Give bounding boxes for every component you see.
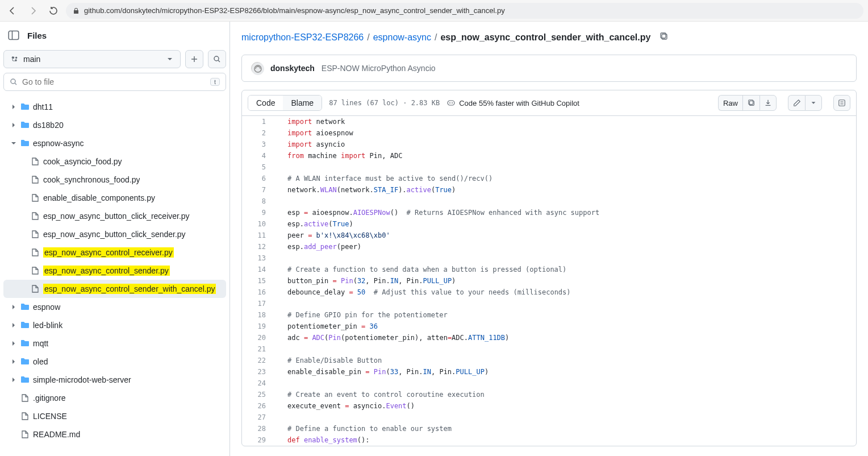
- folder-row[interactable]: led-blink: [3, 316, 226, 334]
- source-line[interactable]: debounce_delay = 50 # Adjust this value …: [276, 287, 571, 298]
- source-line[interactable]: peer = b'x!\x84\xc68\xb0': [276, 230, 390, 241]
- source-line[interactable]: # Define a function to enable our system: [276, 423, 452, 434]
- source-line[interactable]: def enable_system():: [276, 434, 370, 446]
- line-number[interactable]: 22: [242, 355, 276, 366]
- file-row[interactable]: esp_now_async_control_receiver.py: [3, 243, 226, 262]
- source-line[interactable]: import aioespnow: [276, 127, 353, 139]
- source-line[interactable]: [276, 161, 287, 173]
- download-button[interactable]: [760, 95, 777, 111]
- line-number[interactable]: 13: [242, 252, 276, 264]
- folder-row[interactable]: dht11: [3, 98, 226, 116]
- line-number[interactable]: 8: [242, 196, 276, 207]
- line-number[interactable]: 24: [242, 378, 276, 389]
- author-name[interactable]: donskytech: [270, 64, 315, 73]
- edit-button[interactable]: [788, 95, 805, 111]
- crumb-folder[interactable]: espnow-async: [373, 32, 431, 43]
- line-number[interactable]: 19: [242, 321, 276, 332]
- folder-row[interactable]: ds18b20: [3, 116, 226, 134]
- line-number[interactable]: 29: [242, 434, 276, 446]
- line-number[interactable]: 21: [242, 343, 276, 355]
- file-search-input[interactable]: [22, 77, 206, 86]
- line-number[interactable]: 26: [242, 400, 276, 412]
- line-number[interactable]: 2: [242, 127, 276, 139]
- line-number[interactable]: 11: [242, 230, 276, 241]
- line-number[interactable]: 12: [242, 241, 276, 252]
- source-line[interactable]: # A WLAN interface must be active to sen…: [276, 173, 493, 184]
- line-number[interactable]: 27: [242, 412, 276, 423]
- source-line[interactable]: # Create a function to send data when a …: [276, 264, 566, 275]
- source-line[interactable]: [276, 378, 287, 389]
- file-row[interactable]: esp_now_async_button_click_sender.py: [3, 225, 226, 243]
- line-number[interactable]: 17: [242, 298, 276, 309]
- file-search[interactable]: t: [3, 73, 226, 91]
- source-line[interactable]: # Create an event to control coroutine e…: [276, 389, 485, 400]
- line-number[interactable]: 15: [242, 275, 276, 287]
- line-number[interactable]: 20: [242, 332, 276, 343]
- edit-menu-button[interactable]: [805, 95, 822, 111]
- file-row[interactable]: esp_now_async_button_click_receiver.py: [3, 207, 226, 225]
- source-line[interactable]: [276, 196, 287, 207]
- forward-button[interactable]: [25, 3, 41, 19]
- source-line[interactable]: [276, 343, 287, 355]
- file-row[interactable]: enable_disable_components.py: [3, 189, 226, 207]
- line-number[interactable]: 1: [242, 116, 276, 127]
- folder-row[interactable]: oled: [3, 353, 226, 371]
- folder-row[interactable]: espnow-async: [3, 134, 226, 152]
- line-number[interactable]: 14: [242, 264, 276, 275]
- line-number[interactable]: 18: [242, 309, 276, 321]
- source-line[interactable]: # Define GPIO pin for the potentiometer: [276, 309, 448, 321]
- line-number[interactable]: 4: [242, 150, 276, 161]
- line-number[interactable]: 6: [242, 173, 276, 184]
- file-row[interactable]: esp_now_async_control_sender_with_cancel…: [3, 280, 226, 298]
- commit-message[interactable]: ESP-NOW MicroPython Asyncio: [322, 64, 436, 73]
- line-number[interactable]: 28: [242, 423, 276, 434]
- copilot-hint[interactable]: Code 55% faster with GitHub Copilot: [446, 98, 579, 107]
- folder-row[interactable]: mqtt: [3, 334, 226, 353]
- latest-commit[interactable]: donskytech ESP-NOW MicroPython Asyncio: [241, 55, 857, 82]
- branch-select[interactable]: main: [3, 50, 181, 68]
- tab-code[interactable]: Code: [248, 96, 283, 110]
- source-line[interactable]: execute_event = asyncio.Event(): [276, 400, 415, 412]
- file-row[interactable]: README.md: [3, 425, 226, 443]
- source-line[interactable]: import asyncio: [276, 139, 345, 150]
- source-line[interactable]: # Enable/Disable Button: [276, 355, 382, 366]
- symbols-button[interactable]: [833, 95, 850, 111]
- source-line[interactable]: [276, 412, 287, 423]
- source-line[interactable]: [276, 252, 287, 264]
- file-row[interactable]: esp_now_async_control_sender.py: [3, 262, 226, 280]
- reload-button[interactable]: [45, 3, 61, 19]
- source-line[interactable]: potentiometer_pin = 36: [276, 321, 378, 332]
- line-number[interactable]: 5: [242, 161, 276, 173]
- source-line[interactable]: [276, 298, 287, 309]
- source-line[interactable]: esp.active(True): [276, 218, 353, 230]
- source-line[interactable]: from machine import Pin, ADC: [276, 150, 402, 161]
- tab-blame[interactable]: Blame: [283, 96, 322, 110]
- line-number[interactable]: 3: [242, 139, 276, 150]
- file-row[interactable]: cook_synchronous_food.py: [3, 171, 226, 189]
- line-number[interactable]: 9: [242, 207, 276, 218]
- file-row[interactable]: cook_asyncio_food.py: [3, 152, 226, 171]
- line-number[interactable]: 10: [242, 218, 276, 230]
- source-line[interactable]: esp = aioespnow.AIOESPNow() # Returns AI…: [276, 207, 599, 218]
- back-button[interactable]: [5, 3, 20, 19]
- source-line[interactable]: enable_disable_pin = Pin(33, Pin.IN, Pin…: [276, 366, 489, 378]
- source-line[interactable]: network.WLAN(network.STA_IF).active(True…: [276, 184, 456, 196]
- line-number[interactable]: 25: [242, 389, 276, 400]
- source-line[interactable]: button_pin = Pin(32, Pin.IN, Pin.PULL_UP…: [276, 275, 456, 287]
- source-line[interactable]: import network: [276, 116, 345, 127]
- crumb-repo[interactable]: micropython-ESP32-ESP8266: [241, 32, 364, 43]
- file-row[interactable]: .gitignore: [3, 389, 226, 407]
- source-line[interactable]: adc = ADC(Pin(potentiometer_pin), atten=…: [276, 332, 509, 343]
- panel-icon[interactable]: [8, 30, 19, 41]
- line-number[interactable]: 23: [242, 366, 276, 378]
- search-files-button[interactable]: [208, 50, 226, 68]
- folder-row[interactable]: espnow: [3, 298, 226, 316]
- code-body[interactable]: 1import network2import aioespnow3import …: [242, 116, 856, 446]
- add-file-button[interactable]: [185, 50, 203, 68]
- copy-raw-button[interactable]: [742, 95, 760, 111]
- source-line[interactable]: esp.add_peer(peer): [276, 241, 361, 252]
- raw-button[interactable]: Raw: [718, 95, 742, 111]
- line-number[interactable]: 7: [242, 184, 276, 196]
- url-bar[interactable]: github.com/donskytech/micropython-ESP32-…: [66, 3, 863, 19]
- folder-row[interactable]: simple-microdot-web-server: [3, 371, 226, 389]
